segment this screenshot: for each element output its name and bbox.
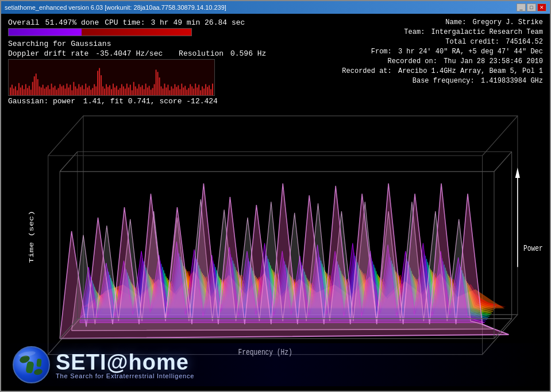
base-freq-row: Base frequency: 1.419833984 GHz: [342, 77, 543, 85]
svg-rect-114: [203, 88, 205, 95]
svg-rect-14: [32, 82, 33, 95]
name-row: Name: Gregory J. Strike: [342, 18, 543, 26]
svg-rect-71: [130, 85, 131, 95]
svg-rect-91: [164, 84, 165, 95]
team-label: Team:: [404, 28, 425, 36]
svg-rect-46: [87, 87, 88, 95]
svg-rect-56: [104, 88, 105, 95]
svg-rect-92: [165, 87, 167, 95]
svg-rect-6: [18, 83, 20, 95]
svg-text:Time (sec): Time (sec): [28, 211, 36, 263]
svg-rect-105: [188, 88, 189, 95]
svg-rect-41: [78, 84, 79, 95]
top-section: Overall 51.497% done CPU time: 3 hr 49 m…: [8, 18, 543, 106]
svg-rect-5: [17, 90, 18, 95]
svg-rect-47: [88, 86, 90, 95]
recorded-on-value: Thu Jan 28 23:58:46 2010: [444, 57, 543, 65]
svg-rect-80: [145, 84, 147, 95]
svg-rect-17: [37, 79, 38, 95]
svg-rect-21: [44, 88, 45, 95]
svg-rect-55: [102, 87, 103, 96]
svg-rect-15: [34, 76, 35, 95]
svg-rect-11: [27, 88, 28, 95]
svg-rect-116: [207, 87, 208, 95]
credit-value: 745164.52: [506, 38, 543, 46]
svg-rect-1: [10, 87, 11, 95]
visualization-area: Time (sec) Frequency (Hz) Power: [1, 108, 550, 386]
svg-rect-13: [30, 90, 32, 95]
svg-rect-108: [193, 88, 194, 95]
svg-rect-63: [116, 86, 117, 95]
credit-label: Total credit:: [445, 38, 499, 46]
svg-rect-49: [92, 88, 93, 95]
svg-rect-90: [163, 88, 164, 95]
from-row: From: 3 hr 24' 40" RA, +5 deg 47' 44" De…: [342, 48, 543, 56]
main-content: Overall 51.497% done CPU time: 3 hr 49 m…: [1, 14, 550, 391]
earth-continent-4: [36, 359, 41, 367]
svg-rect-51: [95, 87, 97, 96]
minimize-button[interactable]: _: [517, 3, 526, 11]
seti-tagline: The Search for Extraterrestrial Intellig…: [56, 372, 194, 379]
svg-rect-24: [49, 89, 51, 95]
doppler-row: Doppler drift rate -35.4047 Hz/sec Resol…: [8, 49, 266, 58]
doppler-value: -35.4047 Hz/sec: [95, 49, 163, 58]
svg-rect-42: [80, 87, 81, 95]
window-controls: _ □ ✕: [517, 3, 546, 11]
svg-rect-96: [172, 88, 174, 95]
svg-rect-48: [90, 90, 91, 95]
svg-rect-23: [48, 86, 49, 95]
recorded-at-row: Recorded at: Arecibo 1.4GHz Array, Beam …: [342, 67, 543, 75]
svg-rect-86: [156, 69, 157, 95]
svg-rect-73: [133, 82, 134, 95]
svg-rect-112: [200, 90, 201, 95]
svg-rect-26: [53, 87, 54, 95]
svg-rect-110: [196, 87, 198, 95]
svg-rect-12: [29, 86, 30, 95]
logo-section: SETI@home The Search for Extraterrestria…: [1, 343, 550, 386]
svg-rect-89: [161, 87, 162, 96]
svg-rect-65: [120, 88, 121, 95]
left-info: Overall 51.497% done CPU time: 3 hr 49 m…: [8, 18, 266, 106]
gaussian-info: Gaussian: power 1.41, fit 0.741, score -…: [8, 97, 266, 106]
svg-rect-64: [118, 90, 119, 95]
overall-label: Overall: [8, 18, 40, 27]
seti-logo: SETI@home The Search for Extraterrestria…: [56, 350, 194, 379]
svg-rect-67: [123, 87, 124, 96]
svg-rect-58: [107, 87, 109, 95]
svg-rect-39: [75, 87, 76, 96]
progress-bar: [8, 28, 192, 36]
svg-rect-101: [181, 84, 182, 95]
name-label: Name:: [445, 18, 466, 26]
svg-rect-84: [152, 88, 153, 95]
svg-rect-107: [191, 87, 192, 96]
from-value: 3 hr 24' 40" RA, +5 deg 47' 44" Dec: [398, 48, 543, 56]
svg-rect-99: [178, 86, 179, 95]
name-value: Gregory J. Strike: [473, 18, 543, 26]
maximize-button[interactable]: □: [527, 3, 536, 11]
right-info: Name: Gregory J. Strike Team: Intergalac…: [342, 18, 543, 106]
svg-rect-53: [99, 68, 100, 95]
svg-rect-117: [209, 86, 210, 95]
svg-rect-83: [151, 90, 152, 95]
svg-rect-68: [125, 88, 126, 95]
svg-rect-29: [58, 88, 59, 95]
gaussian-label: Gaussian: power: [8, 97, 75, 106]
seti-brand: SETI@home: [56, 350, 194, 375]
svg-rect-44: [83, 89, 84, 95]
resolution-value: 0.596 Hz: [230, 49, 266, 58]
svg-rect-25: [51, 84, 52, 95]
svg-rect-59: [109, 86, 110, 95]
svg-rect-119: [212, 84, 213, 95]
svg-rect-93: [167, 85, 168, 95]
svg-rect-115: [205, 84, 206, 95]
svg-rect-34: [66, 84, 67, 95]
svg-rect-3: [13, 88, 14, 95]
resolution-label: Resolution: [179, 49, 224, 58]
close-button[interactable]: ✕: [537, 3, 546, 11]
svg-rect-97: [174, 84, 175, 95]
svg-rect-95: [171, 87, 172, 96]
base-freq-label: Base frequency:: [413, 77, 475, 85]
svg-rect-104: [186, 90, 187, 95]
svg-rect-54: [101, 75, 102, 95]
svg-rect-8: [22, 86, 23, 95]
